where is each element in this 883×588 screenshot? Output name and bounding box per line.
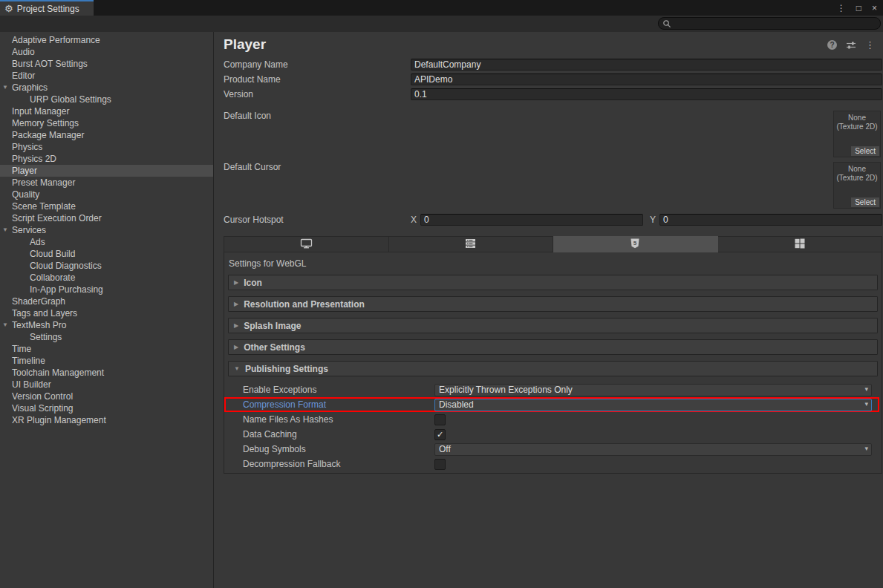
sidebar-item-label: Memory Settings bbox=[0, 118, 79, 128]
sidebar-item-preset-manager[interactable]: Preset Manager bbox=[0, 177, 213, 189]
sidebar-item-player[interactable]: Player bbox=[0, 165, 213, 177]
sidebar-item-time[interactable]: Time bbox=[0, 343, 213, 355]
default-icon-object-field[interactable]: None (Texture 2D) Select bbox=[833, 111, 881, 157]
section-icon[interactable]: ▶Icon bbox=[228, 275, 878, 290]
sidebar-item-physics[interactable]: Physics bbox=[0, 141, 213, 153]
sidebar-item-ui-builder[interactable]: UI Builder bbox=[0, 379, 213, 391]
default-cursor-select-button[interactable]: Select bbox=[851, 197, 879, 207]
search-input[interactable] bbox=[674, 19, 876, 28]
platform-tab-webgl[interactable]: 5 bbox=[553, 236, 718, 252]
sidebar-item-cloud-build[interactable]: Cloud Build bbox=[0, 248, 213, 260]
default-icon-select-button[interactable]: Select bbox=[851, 146, 879, 156]
compression-format-row-highlighted: Compression FormatDisabled▾ bbox=[224, 397, 879, 412]
toolbar bbox=[0, 16, 883, 32]
default-cursor-label: Default Cursor bbox=[224, 162, 411, 209]
sidebar-item-toolchain-management[interactable]: Toolchain Management bbox=[0, 367, 213, 379]
decompression-fallback-checkbox[interactable] bbox=[434, 459, 446, 470]
debug-symbols-dropdown[interactable]: Off▾ bbox=[434, 443, 872, 456]
close-icon[interactable]: × bbox=[872, 4, 877, 13]
sidebar-item-label: Script Execution Order bbox=[0, 213, 102, 223]
html5-icon: 5 bbox=[631, 238, 639, 251]
sidebar-item-version-control[interactable]: Version Control bbox=[0, 391, 213, 402]
platform-tab-dedicated-server[interactable] bbox=[389, 236, 554, 252]
section-other-settings[interactable]: ▶Other Settings bbox=[228, 339, 878, 355]
sidebar-item-package-manager[interactable]: Package Manager bbox=[0, 129, 213, 141]
company-name-label: Company Name bbox=[224, 59, 411, 70]
panel-menu-icon[interactable]: ⋮ bbox=[865, 40, 875, 50]
sidebar-item-shadergraph[interactable]: ShaderGraph bbox=[0, 295, 213, 307]
search-icon bbox=[662, 19, 671, 28]
window-menu-icon[interactable]: ⋮ bbox=[837, 4, 846, 13]
sidebar-item-scene-template[interactable]: Scene Template bbox=[0, 200, 213, 212]
sidebar-item-input-manager[interactable]: Input Manager bbox=[0, 105, 213, 117]
help-icon[interactable]: ? bbox=[827, 40, 837, 50]
enable-exceptions-label: Enable Exceptions bbox=[243, 385, 434, 395]
sidebar-item-tags-and-layers[interactable]: Tags and Layers bbox=[0, 307, 213, 319]
dropdown-arrow-icon: ▾ bbox=[864, 400, 868, 408]
sidebar-item-label: ShaderGraph bbox=[0, 296, 65, 307]
sidebar-item-label: Settings bbox=[0, 332, 62, 342]
foldout-expanded-icon[interactable]: ▼ bbox=[2, 82, 8, 94]
platform-tab-standalone[interactable] bbox=[224, 236, 389, 252]
svg-text:5: 5 bbox=[633, 240, 637, 246]
sidebar-item-visual-scripting[interactable]: Visual Scripting bbox=[0, 402, 213, 414]
name-files-as-hashes-checkbox[interactable] bbox=[434, 414, 446, 425]
sidebar-item-label: In-App Purchasing bbox=[0, 284, 103, 295]
sidebar-item-settings[interactable]: Settings bbox=[0, 331, 213, 343]
sidebar-item-ads[interactable]: Ads bbox=[0, 236, 213, 248]
sidebar-item-graphics[interactable]: ▼Graphics bbox=[0, 82, 213, 94]
section-publishing-settings[interactable]: ▼Publishing Settings bbox=[228, 361, 878, 376]
data-caching-checkbox[interactable]: ✓ bbox=[434, 429, 446, 440]
default-icon-value: None bbox=[834, 114, 880, 122]
platform-tab-windows-store[interactable] bbox=[718, 236, 883, 252]
foldout-expanded-icon[interactable]: ▼ bbox=[2, 319, 8, 331]
sidebar-item-services[interactable]: ▼Services bbox=[0, 224, 213, 236]
sidebar-item-timeline[interactable]: Timeline bbox=[0, 355, 213, 367]
titlebar-spacer bbox=[94, 0, 837, 16]
version-field[interactable]: 0.1 bbox=[411, 88, 882, 100]
sidebar-item-xr-plugin-management[interactable]: XR Plugin Management bbox=[0, 414, 213, 426]
hotspot-y-field[interactable]: 0 bbox=[659, 214, 882, 226]
company-name-field[interactable]: DefaultCompany bbox=[411, 59, 882, 71]
sidebar-item-quality[interactable]: Quality bbox=[0, 189, 213, 200]
sidebar-item-label: Physics bbox=[0, 142, 42, 152]
sidebar-item-burst-aot-settings[interactable]: Burst AOT Settings bbox=[0, 58, 213, 70]
section-label: Splash Image bbox=[244, 321, 301, 331]
sidebar-item-script-execution-order[interactable]: Script Execution Order bbox=[0, 212, 213, 224]
sidebar-item-audio[interactable]: Audio bbox=[0, 46, 213, 58]
sidebar-item-physics-2d[interactable]: Physics 2D bbox=[0, 153, 213, 165]
default-cursor-row: Default Cursor None (Texture 2D) Select bbox=[224, 162, 882, 209]
sidebar-item-label: Package Manager bbox=[0, 130, 84, 140]
presets-icon[interactable] bbox=[846, 41, 856, 50]
hotspot-x-label: X bbox=[411, 215, 420, 225]
default-cursor-value: None bbox=[834, 165, 880, 174]
sidebar-item-label: Tags and Layers bbox=[0, 308, 77, 318]
foldout-expanded-icon: ▼ bbox=[234, 365, 240, 372]
settings-for-label: Settings for WebGL bbox=[224, 257, 882, 275]
section-splash-image[interactable]: ▶Splash Image bbox=[228, 318, 878, 333]
product-name-field[interactable]: APIDemo bbox=[411, 74, 882, 85]
section-resolution-and-presentation[interactable]: ▶Resolution and Presentation bbox=[228, 296, 878, 312]
enable-exceptions-dropdown[interactable]: Explicitly Thrown Exceptions Only▾ bbox=[434, 384, 872, 396]
sidebar-item-adaptive-performance[interactable]: Adaptive Performance bbox=[0, 34, 213, 46]
maximize-icon[interactable]: □ bbox=[856, 4, 861, 13]
foldout-expanded-icon[interactable]: ▼ bbox=[2, 224, 8, 236]
enable-exceptions-value: Explicitly Thrown Exceptions Only bbox=[439, 385, 573, 395]
default-icon-label: Default Icon bbox=[224, 111, 411, 157]
sidebar-item-collaborate[interactable]: Collaborate bbox=[0, 272, 213, 284]
sidebar-item-label: Input Manager bbox=[0, 106, 69, 117]
search-box[interactable] bbox=[658, 17, 881, 30]
default-cursor-object-field[interactable]: None (Texture 2D) Select bbox=[833, 162, 881, 209]
sidebar-item-editor[interactable]: Editor bbox=[0, 70, 213, 82]
sidebar-item-in-app-purchasing[interactable]: In-App Purchasing bbox=[0, 284, 213, 295]
decompression-fallback-row: Decompression Fallback bbox=[224, 457, 882, 471]
sidebar-item-memory-settings[interactable]: Memory Settings bbox=[0, 117, 213, 129]
compression-format-dropdown[interactable]: Disabled▾ bbox=[434, 399, 872, 411]
default-icon-row: Default Icon None (Texture 2D) Select bbox=[224, 111, 882, 157]
compression-format-label: Compression Format bbox=[243, 399, 434, 410]
window-tab-project-settings[interactable]: ⚙ Project Settings bbox=[0, 0, 94, 16]
sidebar-item-textmesh-pro[interactable]: ▼TextMesh Pro bbox=[0, 319, 213, 331]
sidebar-item-urp-global-settings[interactable]: URP Global Settings bbox=[0, 94, 213, 105]
sidebar-item-cloud-diagnostics[interactable]: Cloud Diagnostics bbox=[0, 260, 213, 272]
hotspot-x-field[interactable]: 0 bbox=[420, 214, 643, 226]
